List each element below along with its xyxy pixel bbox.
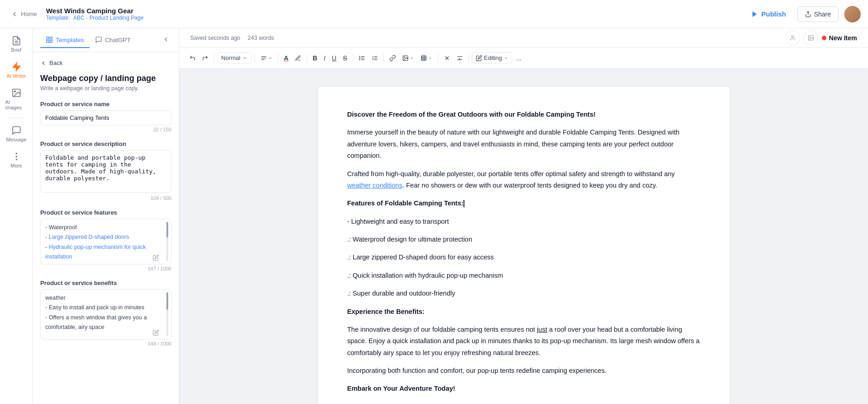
back-arrow-icon (40, 60, 47, 66)
home-button[interactable]: Home (7, 9, 41, 20)
product-desc-label: Product or service description (40, 140, 171, 147)
svg-point-14 (791, 35, 793, 38)
editor-meta: Saved seconds ago 243 words (190, 35, 274, 41)
product-name-group: Product or service name 22 / 150 (40, 101, 171, 132)
publish-button[interactable]: Publish (746, 7, 791, 21)
weather-link[interactable]: weather conditions (347, 182, 403, 189)
features-edit-icon[interactable] (153, 254, 159, 262)
doc-para-11: The innovative design of our foldable ca… (347, 324, 700, 359)
toolbar-sep-4 (307, 54, 307, 63)
editor-top-bar: Saved seconds ago 243 words New Item (179, 28, 868, 48)
image-upload-button[interactable] (804, 31, 818, 45)
product-name-label: Product or service name (40, 101, 171, 108)
chatgpt-icon (95, 36, 102, 43)
svg-rect-11 (50, 37, 52, 39)
image-button[interactable] (399, 53, 417, 63)
svg-rect-12 (50, 40, 52, 43)
benefits-scroll-area[interactable]: weather - Easy to install and pack up in… (41, 290, 171, 339)
sidebar-item-ai-images[interactable]: AI Images (3, 84, 30, 114)
chevron-left-icon (11, 11, 18, 18)
document-icon (11, 36, 21, 46)
svg-rect-13 (47, 40, 49, 43)
new-item-button[interactable]: New Item (822, 34, 857, 42)
product-desc-char-count: 104 / 500 (40, 195, 171, 201)
highlight-button[interactable] (292, 53, 304, 63)
text-color-button[interactable]: A (281, 53, 291, 64)
user-icon-button[interactable] (785, 31, 800, 45)
benefits-group: Product or service benefits weather - Ea… (40, 280, 171, 346)
main-layout: Brief AI Writer AI Images Message More T… (0, 0, 868, 404)
bold-button[interactable]: B (310, 53, 320, 64)
underline-button[interactable]: U (329, 53, 339, 64)
clear-icon (444, 55, 450, 61)
back-button[interactable]: Back (40, 59, 171, 66)
editor-canvas[interactable]: Discover the Freedom of the Great Outdoo… (179, 69, 868, 404)
sidebar-item-brief[interactable]: Brief (3, 32, 30, 56)
align-dropdown-icon (268, 56, 272, 60)
align-button[interactable] (258, 53, 275, 63)
style-dropdown-icon (242, 55, 248, 61)
pencil-icon (476, 55, 482, 61)
benefit-item-2: - Offers a mesh window that gives you a … (45, 313, 166, 333)
product-desc-textarea[interactable]: Foldable and portable pop-up tents for c… (40, 150, 171, 193)
numbered-list-button[interactable] (369, 53, 381, 63)
doc-para-5: - Lightweight and easy to transport (347, 216, 700, 227)
sidebar-item-message[interactable]: Message (3, 122, 30, 146)
sidebar-item-more[interactable]: More (3, 148, 30, 172)
table-button[interactable] (418, 53, 435, 63)
share-button[interactable]: Share (797, 6, 839, 22)
upload-icon (808, 35, 814, 41)
undo-button[interactable] (186, 53, 198, 63)
benefits-char-count: 149 / 1000 (40, 341, 171, 346)
indent-button[interactable] (454, 53, 466, 63)
editing-dropdown-button[interactable]: Editing (472, 52, 513, 64)
benefits-box: weather - Easy to install and pack up in… (40, 289, 171, 339)
benefits-edit-icon[interactable] (153, 329, 159, 337)
sidebar-item-ai-writer[interactable]: AI Writer (3, 58, 30, 82)
section-title: Webpage copy / landing page (40, 74, 171, 83)
publish-icon (751, 11, 758, 18)
style-dropdown[interactable]: Normal (217, 52, 252, 64)
features-scroll-area[interactable]: - Waterproof - Large zippered D-shaped d… (41, 219, 171, 264)
doc-para-6: .: Waterproof design for ultimate protec… (347, 234, 700, 245)
benefit-item-0: weather (45, 293, 166, 303)
doc-para-1: Discover the Freedom of the Great Outdoo… (347, 109, 700, 120)
lightning-icon (11, 62, 21, 72)
image-dropdown-icon (410, 56, 414, 60)
redo-button[interactable] (199, 53, 211, 63)
editor-document[interactable]: Discover the Freedom of the Great Outdoo… (318, 87, 730, 404)
features-scrollbar-thumb (166, 222, 168, 237)
benefits-label: Product or service benefits (40, 280, 171, 286)
breadcrumb-sub: Template: ABC - Product Landing Page (46, 15, 144, 21)
more-options-button[interactable]: ... (513, 53, 524, 64)
product-name-input[interactable] (40, 110, 171, 125)
tab-templates[interactable]: Templates (40, 32, 90, 48)
svg-rect-31 (421, 55, 426, 60)
toolbar-sep-5 (353, 54, 353, 63)
sidebar-body: Back Webpage copy / landing page Write a… (33, 52, 179, 404)
doc-para-3: Crafted from high-quality, durable polye… (347, 168, 700, 192)
doc-para-9: .: Super durable and outdoor-friendly (347, 288, 700, 299)
clear-format-button[interactable] (441, 53, 453, 63)
svg-point-7 (16, 153, 17, 154)
strikethrough-button[interactable]: S (340, 53, 350, 64)
company-name: West Winds Camping Gear (46, 7, 144, 15)
word-count: 243 words (248, 35, 274, 41)
link-button[interactable] (387, 53, 399, 63)
features-box: - Waterproof - Large zippered D-shaped d… (40, 219, 171, 264)
table-dropdown-icon (428, 56, 432, 60)
sidebar-collapse-button[interactable] (160, 34, 171, 46)
italic-button[interactable]: I (321, 53, 328, 64)
undo-icon (189, 55, 196, 61)
align-icon (261, 55, 267, 61)
avatar[interactable] (844, 6, 861, 22)
svg-point-6 (14, 91, 16, 92)
user-icon (789, 35, 796, 41)
share-icon (805, 11, 811, 17)
doc-para-14: Why wait to explore when our camping ten… (347, 401, 700, 404)
tab-chatgpt[interactable]: ChatGPT (90, 32, 136, 48)
svg-rect-10 (47, 37, 49, 39)
bullet-list-button[interactable] (356, 53, 368, 63)
template-link[interactable]: ABC - Product Landing Page (73, 15, 144, 21)
toolbar-sep-1 (214, 54, 214, 63)
